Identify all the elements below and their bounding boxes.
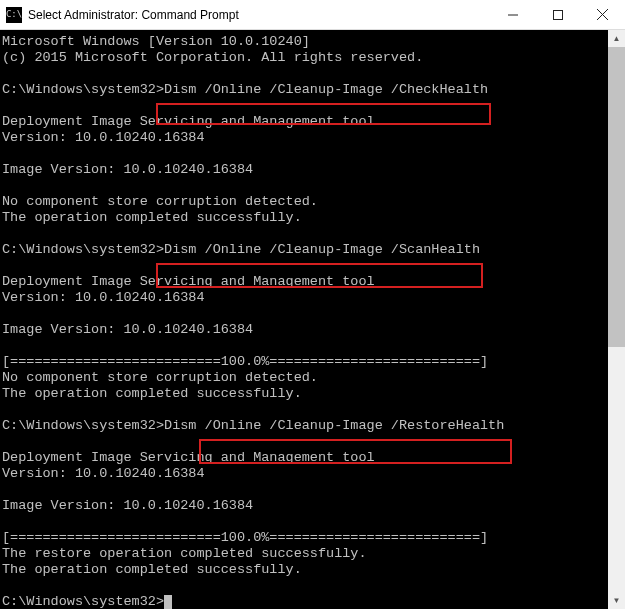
- output-line: [2, 226, 606, 242]
- output-line: (c) 2015 Microsoft Corporation. All righ…: [2, 50, 606, 66]
- scroll-up-arrow[interactable]: ▲: [608, 30, 625, 47]
- cmd-icon: C:\: [6, 7, 22, 23]
- terminal-output[interactable]: Microsoft Windows [Version 10.0.10240](c…: [0, 30, 608, 609]
- scroll-thumb[interactable]: [608, 47, 625, 347]
- output-line: The restore operation completed successf…: [2, 546, 606, 562]
- output-line: Version: 10.0.10240.16384: [2, 130, 606, 146]
- output-line: [2, 434, 606, 450]
- output-line: No component store corruption detected.: [2, 370, 606, 386]
- output-line: [2, 402, 606, 418]
- output-line: [==========================100.0%=======…: [2, 354, 606, 370]
- output-line: [2, 306, 606, 322]
- title-bar[interactable]: C:\ Select Administrator: Command Prompt: [0, 0, 625, 30]
- command-line: C:\Windows\system32>Dism /Online /Cleanu…: [2, 242, 606, 258]
- output-line: Microsoft Windows [Version 10.0.10240]: [2, 34, 606, 50]
- output-line: The operation completed successfully.: [2, 386, 606, 402]
- output-line: [2, 178, 606, 194]
- window-title: Select Administrator: Command Prompt: [28, 8, 490, 22]
- output-line: [2, 258, 606, 274]
- output-line: The operation completed successfully.: [2, 562, 606, 578]
- command-line: C:\Windows\system32>Dism /Online /Cleanu…: [2, 82, 606, 98]
- output-line: [2, 514, 606, 530]
- output-line: Deployment Image Servicing and Managemen…: [2, 114, 606, 130]
- output-line: Image Version: 10.0.10240.16384: [2, 162, 606, 178]
- minimize-button[interactable]: [490, 0, 535, 29]
- command-line: C:\Windows\system32>Dism /Online /Cleanu…: [2, 418, 606, 434]
- scrollbar[interactable]: ▲ ▼: [608, 30, 625, 609]
- output-line: Image Version: 10.0.10240.16384: [2, 498, 606, 514]
- output-line: Version: 10.0.10240.16384: [2, 290, 606, 306]
- svg-rect-1: [553, 10, 562, 19]
- output-line: Image Version: 10.0.10240.16384: [2, 322, 606, 338]
- scroll-down-arrow[interactable]: ▼: [608, 592, 625, 609]
- output-line: Deployment Image Servicing and Managemen…: [2, 450, 606, 466]
- output-line: [2, 482, 606, 498]
- output-line: [2, 66, 606, 82]
- output-line: [==========================100.0%=======…: [2, 530, 606, 546]
- maximize-button[interactable]: [535, 0, 580, 29]
- output-line: [2, 338, 606, 354]
- close-button[interactable]: [580, 0, 625, 29]
- output-line: Version: 10.0.10240.16384: [2, 466, 606, 482]
- output-line: [2, 146, 606, 162]
- terminal-area: Microsoft Windows [Version 10.0.10240](c…: [0, 30, 625, 609]
- prompt-line[interactable]: C:\Windows\system32>: [2, 594, 606, 609]
- output-line: No component store corruption detected.: [2, 194, 606, 210]
- output-line: [2, 98, 606, 114]
- output-line: [2, 578, 606, 594]
- output-line: Deployment Image Servicing and Managemen…: [2, 274, 606, 290]
- cursor: [164, 595, 172, 609]
- window-controls: [490, 0, 625, 29]
- output-line: The operation completed successfully.: [2, 210, 606, 226]
